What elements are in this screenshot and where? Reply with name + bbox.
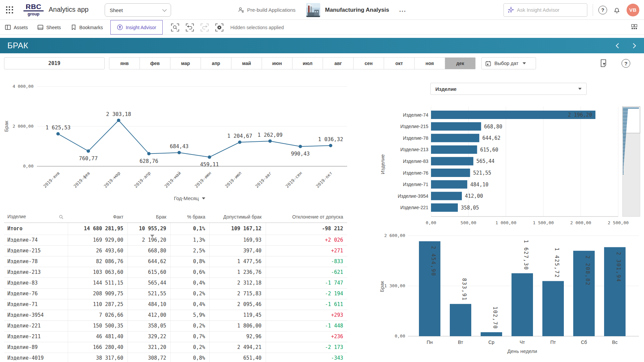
table-cell[interactable]: -2 194 [266, 288, 347, 299]
bar-Ср[interactable] [481, 332, 502, 336]
month-filter-фев[interactable]: фев [140, 58, 170, 69]
bar-Изделие-215[interactable] [431, 122, 481, 131]
user-avatar[interactable]: VB [627, 4, 639, 16]
table-cell[interactable]: Изделие-3954 [4, 310, 68, 320]
bar-Вт[interactable] [450, 304, 471, 336]
sheets-button[interactable]: Sheets [33, 20, 66, 35]
table-cell[interactable]: 644,62 [127, 256, 170, 267]
table-row[interactable]: Изделие-7882 086,76644,620,8%1 477,56-83… [4, 256, 347, 267]
data-point-2019-май[interactable] [177, 151, 181, 154]
table-cell[interactable]: 110 287,25 [68, 299, 127, 310]
table-row[interactable]: Изделие-71110 287,25484,100,4%2 095,46-1… [4, 299, 347, 310]
prebuild-applications-link[interactable]: Pre-build Applications [238, 7, 296, 13]
table-cell[interactable]: +293 [266, 310, 347, 320]
month-filter-май[interactable]: май [231, 58, 262, 69]
table-cell[interactable]: 329,22 [127, 331, 170, 342]
table-cell[interactable]: Итого [4, 223, 68, 235]
table-cell[interactable]: 38 317,60 [68, 353, 127, 362]
column-header-3[interactable]: Брак [127, 211, 170, 223]
table-cell[interactable]: 565,44 [127, 278, 170, 288]
table-cell[interactable]: Изделие-221 [4, 320, 68, 331]
month-filter-окт[interactable]: окт [384, 58, 414, 69]
data-point-2019-сен[interactable] [299, 145, 302, 148]
table-cell[interactable]: 412,00 [127, 310, 170, 320]
month-filter-авг[interactable]: авг [323, 58, 353, 69]
table-cell[interactable]: 82 086,76 [68, 256, 127, 267]
month-filter-ноя[interactable]: ноя [414, 58, 445, 69]
table-cell[interactable]: 308,72 [127, 353, 170, 362]
table-cell[interactable]: 2,5% [170, 245, 209, 256]
table-cell[interactable]: 7 026,66 [68, 310, 127, 320]
table-cell[interactable]: 0,6% [170, 267, 209, 278]
app-launcher-icon[interactable] [6, 6, 13, 14]
table-cell[interactable]: 1,3% [170, 235, 209, 245]
data-point-2019-янв[interactable] [56, 132, 60, 135]
bar-Пн[interactable] [419, 241, 440, 336]
table-row[interactable]: Изделие-39547 026,66412,005,9%119,45+293 [4, 310, 347, 320]
redo-selection-icon-disabled[interactable] [200, 23, 209, 32]
table-cell[interactable]: -1 611 [266, 299, 347, 310]
table-cell[interactable]: Изделие-4019 [4, 353, 68, 362]
table-cell[interactable]: Изделие-71 [4, 299, 68, 310]
table-row[interactable]: Изделие-213103 063,60615,600,6%1 236,76-… [4, 267, 347, 278]
month-filter-сен[interactable]: сен [353, 58, 384, 69]
table-cell[interactable]: 397,40 [209, 245, 266, 256]
table-cell[interactable]: 0,4% [170, 278, 209, 288]
table-cell[interactable]: Изделие-78 [4, 256, 68, 267]
bar-Пт[interactable] [542, 281, 564, 336]
table-cell[interactable]: Изделие-211 [4, 331, 68, 342]
table-cell[interactable]: -2 173 [266, 342, 347, 353]
bar-Чт[interactable] [512, 273, 533, 336]
product-dimension-dropdown[interactable]: Изделие [430, 83, 587, 95]
bell-icon[interactable] [612, 6, 621, 14]
month-filter-июн[interactable]: июн [262, 58, 292, 69]
table-cell[interactable]: 2 196,20 [127, 235, 170, 245]
column-header-4[interactable]: % брака [170, 211, 209, 223]
table-cell[interactable]: 109 167,12 [209, 223, 266, 235]
table-row[interactable]: Изделие-76208 909,75521,550,2%2 715,83-2… [4, 288, 347, 299]
table-cell[interactable]: 169,93 [209, 235, 266, 245]
month-filter-апр[interactable]: апр [201, 58, 231, 69]
table-cell[interactable]: 0,4% [170, 299, 209, 310]
table-cell[interactable]: -621 [266, 267, 347, 278]
table-cell[interactable]: 1 236,76 [209, 267, 266, 278]
month-filter-янв[interactable]: янв [109, 58, 140, 69]
table-cell[interactable]: Изделие-76 [4, 288, 68, 299]
table-cell[interactable]: 26 493,60 [68, 245, 127, 256]
data-point-2019-фев[interactable] [87, 149, 90, 153]
table-cell[interactable]: 358,05 [127, 320, 170, 331]
table-cell[interactable]: 0,2% [170, 288, 209, 299]
table-cell[interactable]: 169 929,00 [68, 235, 127, 245]
bar-Изделие-83[interactable] [431, 157, 473, 165]
table-cell[interactable]: 119,45 [209, 310, 266, 320]
table-row[interactable]: Изделие-89166 280,40321,200,2%2 494,21-2… [4, 342, 347, 353]
table-cell[interactable]: 668,80 [127, 245, 170, 256]
table-cell[interactable]: 1 806,00 [209, 320, 266, 331]
table-cell[interactable]: 615,60 [127, 267, 170, 278]
table-cell[interactable]: 0,2% [170, 342, 209, 353]
bar-Вс[interactable] [604, 247, 626, 336]
selections-tool-icon[interactable] [599, 59, 608, 68]
table-row[interactable]: Изделие-83144 511,15565,440,4%2 312,18-1… [4, 278, 347, 288]
table-row[interactable]: Изделие-21526 493,60668,802,5%397,40+271 [4, 245, 347, 256]
column-header-5[interactable]: Допустимый брак [209, 211, 266, 223]
table-cell[interactable]: 484,10 [127, 299, 170, 310]
table-cell[interactable]: -98 212 [266, 223, 347, 235]
search-icon[interactable] [59, 215, 64, 220]
table-cell[interactable]: 103 063,60 [68, 267, 127, 278]
table-cell[interactable]: 150 500,35 [68, 320, 127, 331]
table-cell[interactable]: 651,40 [209, 353, 266, 362]
table-cell[interactable]: 166 280,40 [68, 342, 127, 353]
more-menu-button[interactable]: ... [399, 6, 406, 13]
bar-Изделие-76[interactable] [431, 169, 470, 177]
table-cell[interactable]: 0,1% [170, 223, 209, 235]
table-cell[interactable]: 14 680 281,95 [68, 223, 127, 235]
sheet-selector-dropdown[interactable]: Sheet [105, 3, 171, 17]
table-cell[interactable]: 521,55 [127, 288, 170, 299]
table-row[interactable]: Изделие-74169 929,002 196,201,3%169,93+2… [4, 235, 347, 245]
table-cell[interactable]: 10 955,29 [127, 223, 170, 235]
data-point-2019-июн[interactable] [208, 156, 211, 159]
sheet-help-button[interactable]: ? [622, 59, 630, 68]
table-cell[interactable]: 46 481,40 [68, 331, 127, 342]
table-row[interactable]: Изделие-221150 500,35358,050,2%1 806,00-… [4, 320, 347, 331]
